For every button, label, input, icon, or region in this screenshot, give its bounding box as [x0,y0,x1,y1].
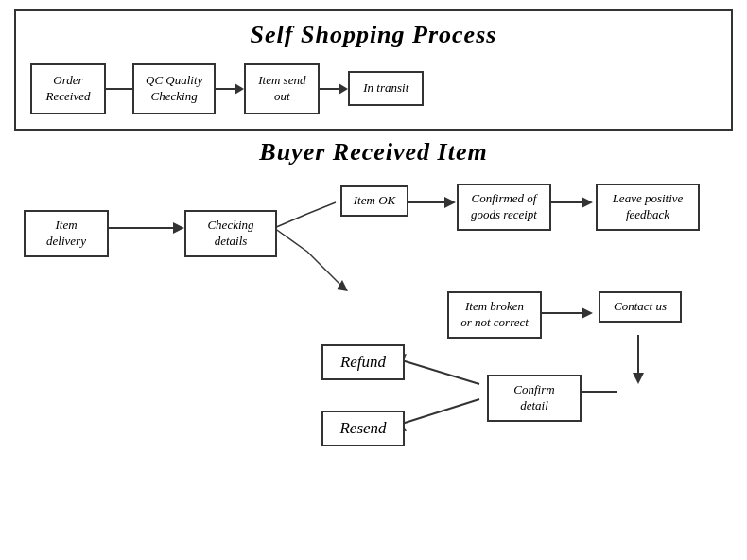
main-container: Self Shopping Process OrderReceived QC Q… [0,0,747,560]
svg-marker-1 [173,222,184,234]
arrow1-head [235,83,244,95]
leave-feedback-box: Leave positivefeedback [596,184,700,231]
arrow2 [320,83,348,95]
svg-line-4 [274,228,307,252]
item-ok-box: Item OK [340,185,408,217]
top-section: Self Shopping Process OrderReceived QC Q… [14,9,733,131]
qc-checking-box: QC QualityChecking [132,63,216,114]
diagram-area: Item delivery Checking details Item OK C… [14,176,733,479]
svg-marker-10 [582,197,593,208]
resend-box: Resend [321,411,405,446]
in-transit-box: In transit [348,71,424,106]
refund-box: Refund [321,344,405,380]
item-delivery-box: Item delivery [24,210,109,257]
svg-line-17 [402,360,479,384]
line1 [106,88,132,90]
confirm-detail-box: Confirm detail [487,375,582,422]
arrow2-line [320,88,339,90]
svg-marker-12 [582,307,593,319]
svg-line-3 [307,202,336,214]
svg-line-19 [402,399,479,424]
contact-us-box: Contact us [599,291,682,323]
svg-line-5 [307,252,345,289]
arrow1 [216,83,244,95]
arrow2-head [339,83,348,95]
order-received-box: OrderReceived [30,63,106,114]
confirmed-goods-box: Confirmed ofgoods receipt [457,184,551,231]
svg-marker-8 [444,197,456,208]
bottom-title: Buyer Received Item [14,138,733,166]
item-broken-box: Item brokenor not correct [447,291,542,339]
top-title: Self Shopping Process [30,21,717,49]
bottom-section: Buyer Received Item [14,138,733,551]
item-send-out-box: Item sendout [244,63,320,114]
top-flow-row: OrderReceived QC QualityChecking Item se… [30,63,717,114]
svg-marker-14 [633,373,644,384]
svg-line-2 [274,214,307,228]
arrow1-line [216,88,235,90]
checking-details-box: Checking details [184,210,277,257]
